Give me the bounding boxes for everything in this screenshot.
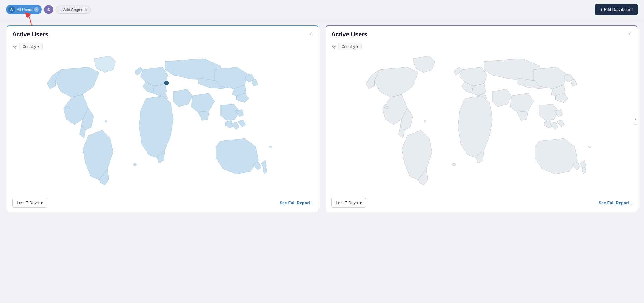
- all-users-avatar: A: [8, 6, 15, 13]
- country-dropdown-left-value: Country: [22, 44, 36, 49]
- svg-point-9: [452, 163, 456, 166]
- chevron-down-icon-left: ▾: [37, 44, 39, 49]
- svg-point-2: [66, 106, 70, 109]
- svg-point-5: [269, 146, 272, 148]
- by-label-right: By: [331, 44, 336, 49]
- chevron-down-icon-days-right: ▾: [360, 201, 362, 205]
- see-full-report-left[interactable]: See Full Report ›: [280, 201, 313, 205]
- card-title-right: Active Users: [331, 31, 367, 38]
- add-segment-label: + Add Segment: [60, 7, 87, 12]
- days-dropdown-right[interactable]: Last 7 Days ▾: [331, 198, 366, 208]
- card-footer-left: Last 7 Days ▾ See Full Report ›: [6, 194, 319, 212]
- days-label-left: Last 7 Days: [17, 201, 39, 205]
- svg-point-10: [588, 146, 591, 148]
- chevron-right-icon-left: ›: [311, 201, 313, 205]
- card-by-row-right: By Country ▾: [325, 43, 638, 50]
- edit-dashboard-label: + Edit Dashboard: [600, 7, 633, 12]
- see-full-report-right[interactable]: See Full Report ›: [599, 201, 632, 205]
- expand-icon-left[interactable]: ⤢: [309, 31, 313, 36]
- days-dropdown-left[interactable]: Last 7 Days ▾: [12, 198, 47, 208]
- all-users-label: All Users: [17, 7, 32, 12]
- segment-s-avatar[interactable]: S: [44, 5, 53, 14]
- active-users-card-left: Active Users ⤢ By Country ▾: [6, 25, 319, 212]
- card-header-right: Active Users ⤢: [325, 26, 638, 41]
- collapse-panel-button[interactable]: ‹: [633, 114, 638, 125]
- all-users-pill[interactable]: A All Users ×: [6, 5, 42, 14]
- chevron-down-icon-days-left: ▾: [41, 201, 43, 205]
- chevron-right-icon-right: ›: [630, 201, 632, 205]
- expand-icon-right[interactable]: ⤢: [628, 31, 632, 36]
- active-users-card-right: Active Users ⤢ By Country ▾: [325, 25, 638, 212]
- top-bar: A All Users × S + Add Segment: [0, 0, 644, 19]
- svg-point-1: [164, 81, 169, 85]
- country-dropdown-left[interactable]: Country ▾: [19, 43, 43, 50]
- card-by-row-left: By Country ▾: [6, 43, 319, 50]
- segment-pills: A All Users × S + Add Segment: [6, 5, 91, 14]
- collapse-icon: ‹: [635, 117, 636, 121]
- by-label-left: By: [12, 44, 17, 49]
- main-content: Active Users ⤢ By Country ▾: [0, 19, 644, 218]
- add-segment-button[interactable]: + Add Segment: [56, 6, 91, 14]
- map-area-right: [325, 50, 638, 194]
- card-title-left: Active Users: [12, 31, 48, 38]
- all-users-close-button[interactable]: ×: [34, 7, 39, 12]
- map-area-left: [6, 50, 319, 194]
- country-dropdown-right[interactable]: Country ▾: [338, 43, 362, 50]
- svg-point-7: [385, 106, 389, 109]
- card-footer-right: Last 7 Days ▾ See Full Report ›: [325, 194, 638, 212]
- world-map-left: [22, 53, 303, 191]
- chevron-down-icon-right: ▾: [356, 44, 358, 49]
- edit-dashboard-button[interactable]: + Edit Dashboard: [595, 4, 638, 15]
- world-map-right: [341, 53, 622, 191]
- card-header-left: Active Users ⤢: [6, 26, 319, 41]
- svg-point-4: [133, 163, 137, 166]
- country-dropdown-right-value: Country: [341, 44, 355, 49]
- svg-point-8: [424, 120, 426, 122]
- svg-point-3: [105, 120, 107, 122]
- days-label-right: Last 7 Days: [336, 201, 358, 205]
